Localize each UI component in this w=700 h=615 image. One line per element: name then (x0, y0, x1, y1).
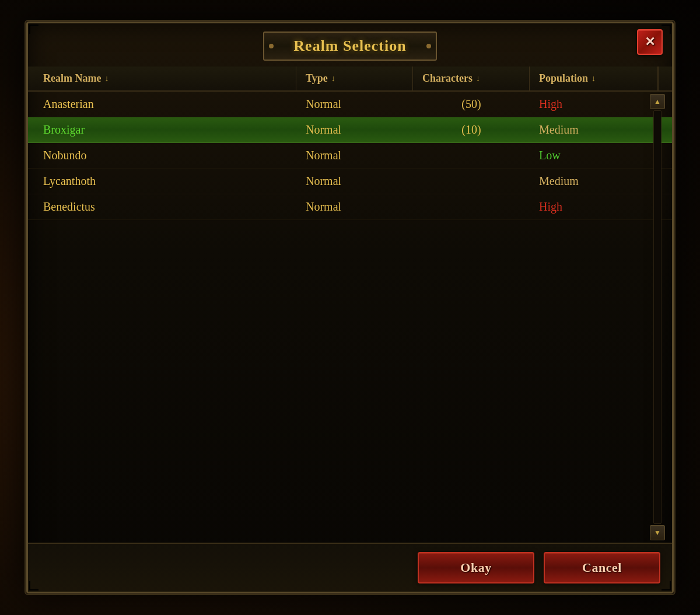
scroll-track[interactable] (653, 110, 662, 524)
cell-realm-name: Broxigar (34, 117, 296, 142)
cell-realm-name: Nobundo (34, 143, 296, 168)
realm-list[interactable]: Anasterian Normal (50) High Broxigar Nor… (28, 92, 672, 220)
table-row[interactable]: Lycanthoth Normal Medium (28, 169, 672, 194)
sort-arrow-characters: ↓ (476, 74, 480, 83)
realm-selection-dialog: Realm Selection ✕ Realm Name ↓ Type ↓ Ch… (26, 22, 674, 593)
sort-arrow-realm-name: ↓ (104, 74, 108, 83)
button-bar: Okay Cancel (28, 543, 672, 592)
header-population-label: Population (539, 72, 588, 85)
cell-type: Normal (296, 169, 413, 194)
cell-type: Normal (296, 143, 413, 168)
cell-characters: (10) (413, 117, 530, 142)
okay-button[interactable]: Okay (418, 552, 534, 583)
corner-decoration-br (662, 581, 671, 590)
cell-population: High (530, 92, 658, 117)
cell-realm-name: Anasterian (34, 92, 296, 117)
close-button[interactable]: ✕ (637, 29, 663, 55)
header-realm-name[interactable]: Realm Name ↓ (34, 67, 296, 90)
cell-type: Normal (296, 92, 413, 117)
table-row[interactable]: Nobundo Normal Low (28, 143, 672, 169)
sort-arrow-type: ↓ (331, 74, 335, 83)
header-population[interactable]: Population ↓ (530, 67, 658, 90)
table-row[interactable]: Benedictus Normal High (28, 194, 672, 220)
header-realm-name-label: Realm Name (43, 72, 101, 85)
cell-population: High (530, 194, 658, 219)
header-type-label: Type (306, 72, 328, 85)
table-row[interactable]: Anasterian Normal (50) High (28, 92, 672, 117)
cell-population: Medium (530, 117, 658, 142)
dialog-title: Realm Selection (293, 37, 406, 54)
cell-characters (413, 169, 530, 194)
cell-realm-name: Benedictus (34, 194, 296, 219)
cell-type: Normal (296, 117, 413, 142)
title-banner: Realm Selection (263, 32, 436, 61)
cell-population: Medium (530, 169, 658, 194)
cell-characters (413, 194, 530, 219)
cell-characters: (50) (413, 92, 530, 117)
header-type[interactable]: Type ↓ (296, 67, 413, 90)
header-scrollbar-spacer (658, 67, 681, 90)
corner-decoration-bl (29, 581, 38, 590)
scroll-up-button[interactable]: ▲ (650, 94, 665, 109)
scroll-down-button[interactable]: ▼ (650, 525, 665, 540)
close-icon: ✕ (645, 36, 655, 48)
table-header: Realm Name ↓ Type ↓ Characters ↓ Populat… (28, 67, 672, 92)
cancel-button[interactable]: Cancel (544, 552, 660, 583)
scrollbar[interactable]: ▲ ▼ (649, 92, 666, 543)
header-characters-label: Characters (422, 72, 473, 85)
table-row[interactable]: Broxigar Normal (10) Medium (28, 117, 672, 143)
cell-type: Normal (296, 194, 413, 219)
table-body: Anasterian Normal (50) High Broxigar Nor… (28, 92, 672, 543)
cell-characters (413, 143, 530, 168)
title-bar: Realm Selection ✕ (28, 23, 672, 67)
sort-arrow-population: ↓ (592, 74, 596, 83)
header-characters[interactable]: Characters ↓ (413, 67, 530, 90)
cell-population: Low (530, 143, 658, 168)
cell-realm-name: Lycanthoth (34, 169, 296, 194)
